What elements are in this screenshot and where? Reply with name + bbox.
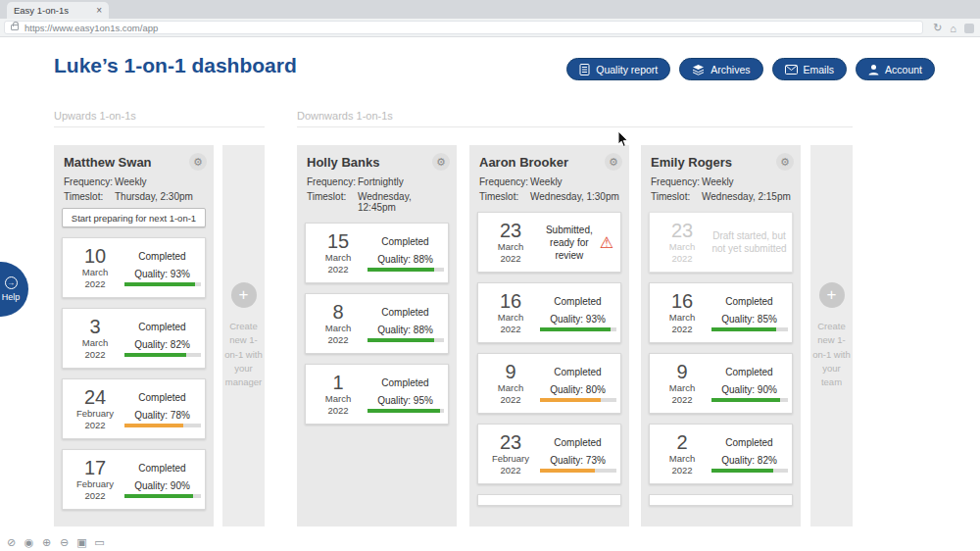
meeting-card[interactable]: 9 March 2022 Completed Quality: 80% xyxy=(477,353,621,414)
capture-toolbar-icon-1[interactable]: ⊘ xyxy=(5,536,18,549)
meeting-card[interactable]: 24 February 2022 Completed Quality: 78% xyxy=(62,378,206,439)
warning-icon: ⚠ xyxy=(600,233,613,252)
meeting-card-partial[interactable] xyxy=(477,494,621,506)
browser-nav-icons: ↻ ⌂ xyxy=(933,19,974,37)
meeting-day: 9 xyxy=(654,362,710,382)
create-panel-text: Create new 1-on-1 with your manager xyxy=(224,320,264,389)
meeting-card[interactable]: 16 March 2022 Completed Quality: 85% xyxy=(649,282,793,343)
gear-button[interactable]: ⚙ xyxy=(189,153,207,171)
report-icon xyxy=(579,64,590,75)
quality-bar-fill xyxy=(124,424,184,427)
create-panel-text: Create new 1-on-1 with your team xyxy=(812,320,852,389)
meeting-date: 3 March 2022 xyxy=(67,317,123,361)
person-column-holly-banks: ⚙ Holly Banks Frequency:Fortnightly Time… xyxy=(297,145,457,526)
meeting-card[interactable]: 16 March 2022 Completed Quality: 93% xyxy=(477,282,621,343)
meeting-card[interactable]: 15 March 2022 Completed Quality: 88% xyxy=(305,223,449,283)
refresh-icon[interactable]: ↻ xyxy=(933,22,942,34)
create-new-team-panel[interactable]: + Create new 1-on-1 with your team xyxy=(810,145,853,526)
frequency-label: Frequency: xyxy=(479,176,530,187)
meeting-card[interactable]: 9 March 2022 Completed Quality: 90% xyxy=(649,353,793,414)
meeting-year: 2022 xyxy=(482,465,539,476)
gear-button[interactable]: ⚙ xyxy=(605,153,622,171)
meeting-status: Completed xyxy=(367,376,444,389)
meeting-day: 23 xyxy=(482,432,539,453)
timeslot-label: Timeslot: xyxy=(307,191,358,213)
meeting-day: 3 xyxy=(67,317,123,337)
quality-bar-fill xyxy=(368,338,435,342)
meeting-day: 8 xyxy=(310,302,367,323)
meeting-day: 16 xyxy=(482,291,539,312)
capture-toolbar-icon-3[interactable]: ⊕ xyxy=(40,536,53,549)
meeting-card[interactable]: 3 March 2022 Completed Quality: 82% xyxy=(62,308,206,369)
person-icon xyxy=(868,64,879,75)
archives-icon xyxy=(692,64,705,75)
timeslot-label: Timeslot: xyxy=(64,191,115,202)
emails-button[interactable]: Emails xyxy=(772,58,848,80)
meeting-date: 16 March 2022 xyxy=(654,291,710,335)
meeting-card[interactable]: 23 February 2022 Completed Quality: 73% xyxy=(477,424,621,484)
meeting-card[interactable]: 2 March 2022 Completed Quality: 82% xyxy=(649,424,793,484)
meeting-year: 2022 xyxy=(310,405,367,417)
meeting-card[interactable]: 23 March 2022 Draft started, but not yet… xyxy=(649,212,793,273)
meeting-card[interactable]: 1 March 2022 Completed Quality: 95% xyxy=(305,364,449,425)
meeting-year: 2022 xyxy=(482,394,539,406)
prepare-next-button[interactable]: Start preparing for next 1-on-1 xyxy=(62,208,206,227)
meeting-month: March xyxy=(482,312,539,324)
frequency-value: Weekly xyxy=(115,176,147,187)
meeting-date: 8 March 2022 xyxy=(310,302,367,346)
quality-label: Quality: 85% xyxy=(710,314,788,325)
timeslot-value: Wednesday, 2:15pm xyxy=(702,191,791,202)
quality-bar xyxy=(124,353,201,357)
browser-tab[interactable]: Easy 1-on-1s × xyxy=(7,2,109,19)
meeting-card[interactable]: 8 March 2022 Completed Quality: 88% xyxy=(305,293,449,354)
meeting-year: 2022 xyxy=(67,278,123,290)
help-button[interactable]: → Help xyxy=(0,262,28,317)
meeting-card[interactable]: 17 February 2022 Completed Quality: 90% xyxy=(62,449,206,510)
page-title: Luke’s 1-on-1 dashboard xyxy=(54,54,297,77)
meeting-month: February xyxy=(482,453,539,465)
person-name: Aaron Brooker xyxy=(479,155,621,170)
meeting-month: February xyxy=(67,408,123,420)
meeting-year: 2022 xyxy=(67,490,123,502)
capture-toolbar-icon-2[interactable]: ◉ xyxy=(23,536,35,549)
timeslot-value: Wednesday, 1:30pm xyxy=(530,191,619,202)
archives-button[interactable]: Archives xyxy=(679,58,762,80)
address-bar[interactable]: https://www.easy1on1s.com/app xyxy=(4,21,923,34)
quality-label: Quality: 95% xyxy=(367,395,444,406)
gear-icon: ⚙ xyxy=(436,156,446,168)
meeting-card[interactable]: 10 March 2022 Completed Quality: 93% xyxy=(62,237,206,298)
capture-toolbar-icon-4[interactable]: ⊖ xyxy=(58,536,71,549)
tab-close-icon[interactable]: × xyxy=(96,5,102,16)
person-name: Matthew Swan xyxy=(64,155,206,170)
meeting-month: March xyxy=(654,312,710,324)
quality-bar-fill xyxy=(368,268,435,272)
profile-box-icon[interactable] xyxy=(964,24,974,33)
create-new-manager-panel[interactable]: + Create new 1-on-1 with your manager xyxy=(222,145,265,526)
meeting-month: March xyxy=(310,393,367,405)
frequency-value: Weekly xyxy=(530,176,563,187)
quality-report-button[interactable]: Quality report xyxy=(566,58,670,80)
header-actions: Quality report Archives Emails Account xyxy=(566,58,935,80)
gear-button[interactable]: ⚙ xyxy=(432,153,450,171)
capture-toolbar-icon-6[interactable]: ▭ xyxy=(93,536,106,549)
home-icon[interactable]: ⌂ xyxy=(950,23,956,34)
meeting-month: February xyxy=(67,478,123,490)
meeting-year: 2022 xyxy=(654,465,710,476)
meeting-card-partial[interactable] xyxy=(649,494,793,506)
quality-bar-fill xyxy=(124,353,187,357)
meeting-day: 24 xyxy=(67,387,123,408)
person-column-matthew-swan: ⚙ Matthew Swan Frequency:Weekly Timeslot… xyxy=(54,145,214,526)
account-button[interactable]: Account xyxy=(856,58,935,80)
gear-button[interactable]: ⚙ xyxy=(776,153,794,171)
meeting-status: Completed xyxy=(367,235,444,248)
timeslot-label: Timeslot: xyxy=(651,191,702,202)
capture-toolbar-icon-5[interactable]: ▣ xyxy=(75,536,88,549)
meeting-card[interactable]: 23 March 2022 Submitted, ready for revie… xyxy=(477,212,621,273)
frequency-value: Fortnightly xyxy=(358,176,404,187)
meeting-date: 1 March 2022 xyxy=(310,373,367,417)
meeting-date: 16 March 2022 xyxy=(482,291,539,335)
quality-bar xyxy=(124,282,201,286)
meeting-month: March xyxy=(654,382,710,394)
meeting-date: 2 March 2022 xyxy=(654,432,710,476)
email-icon xyxy=(785,65,798,75)
